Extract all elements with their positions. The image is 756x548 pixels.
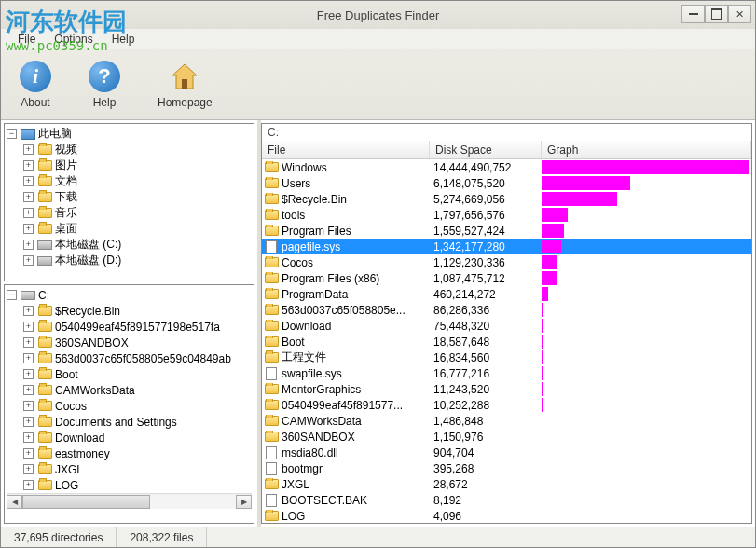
expand-icon[interactable]: + [23, 369, 34, 379]
cell-filename: msdia80.dll [262, 446, 430, 459]
collapse-icon[interactable]: − [7, 290, 17, 300]
cell-graph [542, 176, 751, 190]
tree-item[interactable]: + Cocos [7, 398, 252, 414]
list-row[interactable]: BOOTSECT.BAK 8,192 [262, 492, 751, 508]
menu-options[interactable]: Options [45, 31, 102, 48]
list-row[interactable]: Windows 14,444,490,752 [262, 159, 751, 175]
tree-item[interactable]: + eastmoney [7, 445, 252, 461]
column-header-disk-space[interactable]: Disk Space [430, 141, 542, 158]
list-row[interactable]: Program Files 1,559,527,424 [262, 223, 751, 239]
expand-icon[interactable]: + [23, 417, 34, 427]
expand-icon[interactable]: + [23, 160, 34, 171]
tree-item[interactable]: + $Recycle.Bin [7, 303, 252, 319]
tree-item[interactable]: + JXGL [7, 461, 252, 477]
file-name-label: swapfile.sys [282, 367, 342, 380]
tree-item[interactable]: + 图片 [7, 158, 252, 173]
list-row[interactable]: Users 6,148,075,520 [262, 175, 751, 191]
drive-tree[interactable]: − C: + $Recycle.Bin + 0540499eaf45f89157… [4, 284, 254, 524]
list-row[interactable]: msdia80.dll 904,704 [262, 445, 751, 460]
expand-icon[interactable]: + [23, 192, 34, 202]
computer-tree[interactable]: − 此电脑 + 视频 + 图片 + 文档 + 下载 + 音乐 + 桌面 + 本地… [4, 123, 254, 281]
collapse-icon[interactable]: − [7, 129, 17, 139]
maximize-button[interactable] [705, 5, 728, 23]
file-list[interactable]: Windows 14,444,490,752 Users 6,148,075,5… [262, 159, 751, 523]
expand-icon[interactable]: + [23, 480, 34, 490]
folder-icon [37, 447, 52, 460]
list-row[interactable]: ProgramData 460,214,272 [262, 286, 751, 302]
expand-icon[interactable]: + [23, 255, 34, 266]
tree-item[interactable]: + 本地磁盘 (C:) [7, 237, 252, 253]
cell-filename: bootmgr [262, 462, 430, 475]
tree-root-drive[interactable]: − C: [7, 287, 252, 303]
list-row[interactable]: Cocos 1,129,230,336 [262, 254, 751, 270]
tree-item[interactable]: + 360SANDBOX [7, 335, 252, 350]
menu-file[interactable]: File [8, 31, 45, 48]
list-row[interactable]: MentorGraphics 11,243,520 [262, 381, 751, 397]
computer-icon [21, 128, 35, 141]
file-name-label: LOG [282, 510, 305, 523]
cell-filename: BOOTSECT.BAK [262, 494, 430, 507]
menu-help[interactable]: Help [103, 31, 144, 48]
window-titlebar[interactable]: Free Duplicates Finder [1, 1, 755, 29]
list-row[interactable]: Boot 18,587,648 [262, 334, 751, 349]
homepage-button[interactable]: Homepage [152, 57, 218, 113]
tree-item[interactable]: + Download [7, 430, 252, 445]
expand-icon[interactable]: + [23, 401, 34, 411]
scroll-left-button[interactable]: ◀ [7, 495, 22, 509]
expand-icon[interactable]: + [23, 208, 34, 218]
list-row[interactable]: 360SANDBOX 1,150,976 [262, 429, 751, 445]
list-row[interactable]: swapfile.sys 16,777,216 [262, 365, 751, 381]
list-row[interactable]: 0540499eaf45f891577... 10,252,288 [262, 397, 751, 413]
expand-icon[interactable]: + [23, 240, 34, 250]
expand-icon[interactable]: + [23, 337, 34, 348]
list-row[interactable]: Download 75,448,320 [262, 318, 751, 334]
expand-icon[interactable]: + [23, 448, 34, 459]
expand-icon[interactable]: + [23, 224, 34, 234]
horizontal-scrollbar[interactable]: ◀ ▶ [7, 493, 252, 509]
tree-item[interactable]: + 桌面 [7, 221, 252, 237]
size-bar [542, 271, 557, 285]
scroll-track[interactable] [22, 495, 236, 509]
list-row[interactable]: 工程文件 16,834,560 [262, 349, 751, 365]
minimize-button[interactable] [681, 5, 705, 23]
list-row[interactable]: tools 1,797,656,576 [262, 207, 751, 223]
expand-icon[interactable]: + [23, 144, 34, 155]
tree-item[interactable]: + LOG [7, 477, 252, 493]
tree-item[interactable]: + Boot [7, 366, 252, 382]
tree-item[interactable]: + 下载 [7, 189, 252, 205]
tree-item[interactable]: + 本地磁盘 (D:) [7, 253, 252, 268]
about-button[interactable]: About [14, 57, 57, 113]
expand-icon[interactable]: + [23, 353, 34, 363]
cell-filename: swapfile.sys [262, 367, 430, 380]
expand-icon[interactable]: + [23, 176, 34, 186]
help-button[interactable]: Help [83, 57, 126, 113]
tree-item[interactable]: + Documents and Settings [7, 414, 252, 430]
expand-icon[interactable]: + [23, 385, 34, 395]
list-row[interactable]: JXGL 28,672 [262, 476, 751, 492]
expand-icon[interactable]: + [23, 322, 34, 332]
list-row[interactable]: LOG 4,096 [262, 508, 751, 523]
column-header-graph[interactable]: Graph [542, 141, 751, 158]
size-bar [542, 303, 543, 317]
tree-item[interactable]: + 文档 [7, 173, 252, 189]
list-row[interactable]: $Recycle.Bin 5,274,669,056 [262, 191, 751, 207]
tree-item[interactable]: + CAMWorksData [7, 382, 252, 398]
list-row[interactable]: pagefile.sys 1,342,177,280 [262, 239, 751, 254]
tree-item[interactable]: + 563d0037c65f058805e59c04849ab [7, 350, 252, 366]
tree-item[interactable]: + 视频 [7, 142, 252, 158]
cell-graph [542, 493, 751, 507]
expand-icon[interactable]: + [23, 464, 34, 474]
list-row[interactable]: bootmgr 395,268 [262, 460, 751, 476]
list-row[interactable]: 563d0037c65f058805e... 86,286,336 [262, 302, 751, 318]
close-button[interactable] [728, 5, 751, 23]
tree-root-computer[interactable]: − 此电脑 [7, 126, 252, 142]
expand-icon[interactable]: + [23, 432, 34, 443]
expand-icon[interactable]: + [23, 306, 34, 316]
list-row[interactable]: Program Files (x86) 1,087,475,712 [262, 270, 751, 286]
scroll-right-button[interactable]: ▶ [236, 495, 252, 509]
column-header-file[interactable]: File [262, 141, 430, 158]
list-row[interactable]: CAMWorksData 1,486,848 [262, 413, 751, 429]
tree-item[interactable]: + 音乐 [7, 205, 252, 221]
tree-item[interactable]: + 0540499eaf45f891577198e517fa [7, 319, 252, 335]
scroll-thumb[interactable] [22, 495, 150, 509]
